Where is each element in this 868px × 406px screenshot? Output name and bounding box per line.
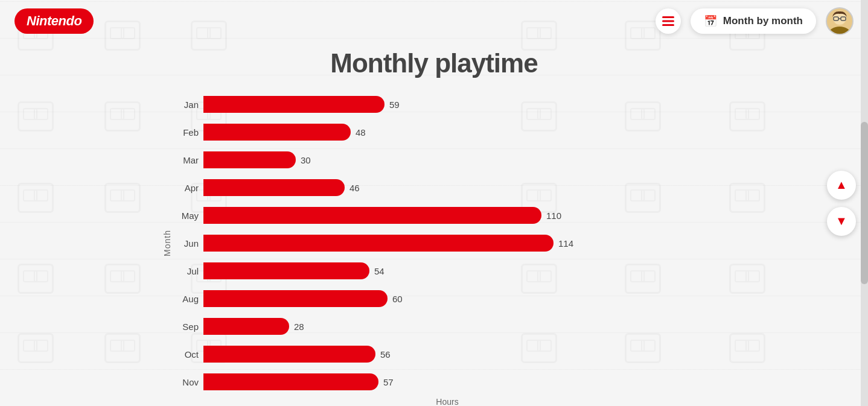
chart-row: Oct56 — [177, 340, 706, 368]
nintendo-logo[interactable]: Nintendo — [14, 8, 94, 34]
bar-value: 54 — [374, 266, 385, 276]
menu-button[interactable] — [656, 8, 681, 34]
bar — [203, 207, 541, 224]
bar — [203, 124, 351, 141]
bar — [203, 373, 378, 390]
bar — [203, 318, 289, 335]
chart-row: Jun114 — [177, 229, 706, 257]
bar-value: 59 — [389, 100, 400, 110]
bar-wrapper: 60 — [203, 290, 706, 307]
month-selector[interactable]: 📅 Month by month — [691, 8, 816, 34]
bar — [203, 346, 375, 363]
bar-value: 110 — [546, 211, 561, 221]
bar-wrapper: 28 — [203, 318, 706, 335]
chart-row: Nov57 — [177, 368, 706, 396]
bar — [203, 96, 385, 113]
bar-value: 56 — [380, 349, 391, 360]
bar-wrapper: 59 — [203, 96, 706, 113]
chart-row: Jan59 — [177, 90, 706, 118]
calendar-icon: 📅 — [704, 14, 717, 28]
bar — [203, 235, 554, 252]
bar-wrapper: 57 — [203, 373, 706, 390]
bar-wrapper: 114 — [203, 235, 706, 252]
bar-value: 28 — [294, 322, 304, 332]
avatar-image — [828, 7, 852, 35]
month-label: May — [177, 211, 199, 221]
bar-value: 48 — [356, 127, 366, 138]
bar-wrapper: 56 — [203, 346, 706, 363]
bar-wrapper: 30 — [203, 151, 706, 168]
month-label: Oct — [177, 349, 199, 360]
nav-arrows: ▲ ▼ — [827, 171, 856, 236]
svg-point-4 — [829, 27, 850, 35]
header: Nintendo 📅 Month by month — [0, 0, 868, 42]
nav-down-button[interactable]: ▼ — [827, 207, 856, 236]
bar — [203, 179, 345, 196]
chart-row: Feb48 — [177, 118, 706, 146]
bar-value: 60 — [392, 294, 403, 304]
main-content: Monthly playtime Month Jan59Feb48Mar30Ap… — [0, 42, 868, 406]
logo-text: Nintendo — [27, 13, 81, 29]
chart-container: Month Jan59Feb48Mar30Apr46May110Jun114Ju… — [162, 90, 706, 406]
chart-row: Jul54 — [177, 257, 706, 285]
bar — [203, 290, 388, 307]
bar — [203, 262, 369, 279]
svg-rect-1 — [662, 21, 674, 22]
bar-value: 30 — [301, 155, 311, 165]
month-label: Apr — [177, 183, 199, 193]
month-label: Nov — [177, 377, 199, 387]
x-axis-label: Hours — [189, 397, 706, 406]
month-label: Jul — [177, 266, 199, 276]
month-label: Mar — [177, 155, 199, 165]
chart-rows: Jan59Feb48Mar30Apr46May110Jun114Jul54Aug… — [177, 90, 706, 396]
chart-row: Apr46 — [177, 174, 706, 201]
bar-wrapper: 110 — [203, 207, 706, 224]
bar-wrapper: 46 — [203, 179, 706, 196]
chart-body: Month Jan59Feb48Mar30Apr46May110Jun114Ju… — [162, 90, 706, 396]
hamburger-icon — [662, 16, 674, 26]
bar — [203, 151, 296, 168]
chart-row: Sep28 — [177, 312, 706, 340]
scrollbar-thumb[interactable] — [861, 122, 868, 284]
bar-wrapper: 54 — [203, 262, 706, 279]
avatar[interactable] — [826, 7, 854, 35]
header-right: 📅 Month by month — [656, 7, 854, 35]
month-label: Feb — [177, 127, 199, 138]
chart-row: Aug60 — [177, 285, 706, 312]
month-label: Jan — [177, 100, 199, 110]
month-label: Aug — [177, 294, 199, 304]
chart-row: May110 — [177, 201, 706, 229]
month-label: Jun — [177, 238, 199, 249]
bar-value: 114 — [558, 238, 573, 249]
chart-row: Mar30 — [177, 146, 706, 174]
y-axis-label: Month — [162, 230, 172, 256]
month-label: Sep — [177, 322, 199, 332]
scrollbar[interactable] — [861, 0, 868, 406]
nav-up-button[interactable]: ▲ — [827, 171, 856, 200]
month-selector-label: Month by month — [723, 15, 803, 27]
svg-rect-0 — [662, 16, 674, 18]
bar-wrapper: 48 — [203, 124, 706, 141]
bar-value: 46 — [349, 183, 360, 193]
bar-value: 57 — [383, 377, 394, 387]
svg-rect-2 — [662, 24, 674, 26]
page-title: Monthly playtime — [330, 48, 537, 78]
